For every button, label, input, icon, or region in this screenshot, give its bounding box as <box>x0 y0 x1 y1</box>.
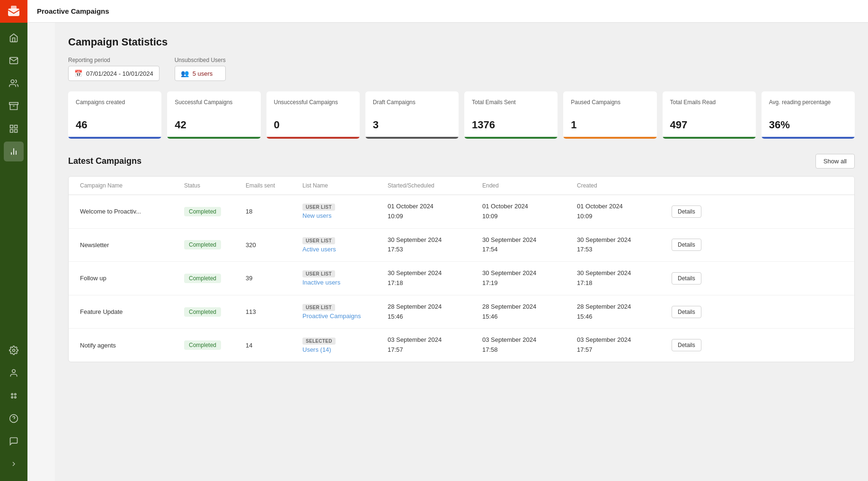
stat-card-6: Total Emails Read 497 <box>663 91 756 139</box>
details-button-2[interactable]: Details <box>672 272 701 285</box>
stat-value-5: 1 <box>571 119 649 131</box>
campaign-status-3: Completed <box>180 301 242 323</box>
table-header-7 <box>668 177 715 195</box>
campaign-details-cell-2: Details <box>668 266 715 291</box>
stat-card-5: Paused Campaigns 1 <box>563 91 656 139</box>
campaign-list-0: USER LIST New users <box>299 197 384 226</box>
list-type-badge-1: USER LIST <box>302 237 335 244</box>
svg-rect-7 <box>15 130 18 133</box>
campaigns-table: Campaign NameStatusEmails sentList NameS… <box>68 176 855 362</box>
stat-value-0: 46 <box>76 119 154 131</box>
stat-value-2: 0 <box>274 119 352 131</box>
stat-value-3: 3 <box>373 119 451 131</box>
campaign-started-3: 28 September 2024 15:46 <box>384 295 478 329</box>
email-nav-icon[interactable] <box>4 51 24 71</box>
svg-point-14 <box>11 393 13 395</box>
collapse-icon[interactable] <box>4 454 24 474</box>
campaign-emails-1: 320 <box>242 235 299 255</box>
stat-label-5: Paused Campaigns <box>571 99 649 114</box>
stat-value-7: 36% <box>769 119 847 131</box>
unsubscribed-input[interactable]: 👥 5 users <box>175 66 226 81</box>
page-title: Campaign Statistics <box>68 36 855 48</box>
campaign-list-3: USER LIST Proactive Campaigns <box>299 297 384 326</box>
campaign-list-2: USER LIST Inactive users <box>299 264 384 293</box>
settings-nav-icon[interactable] <box>4 340 24 360</box>
campaign-emails-0: 18 <box>242 201 299 222</box>
stat-bar-3 <box>365 137 459 139</box>
svg-rect-8 <box>10 130 13 133</box>
campaign-name-4: Notify agents <box>76 335 180 356</box>
stat-card-7: Avg. reading percentage 36% <box>762 91 855 139</box>
table-row: Feature Update Completed 113 USER LIST P… <box>69 295 854 329</box>
chat-nav-icon[interactable] <box>4 431 24 451</box>
campaign-created-1: 30 September 2024 17:53 <box>573 229 668 262</box>
campaign-name-2: Follow up <box>76 268 180 288</box>
table-header-6: Created <box>573 177 668 195</box>
campaign-details-cell-1: Details <box>668 232 715 258</box>
status-badge-4: Completed <box>184 340 221 350</box>
list-name-link-4[interactable]: Users (14) <box>302 346 380 353</box>
contacts-nav-icon[interactable] <box>4 73 24 93</box>
topbar-title: Proactive Campaigns <box>37 7 109 15</box>
show-all-button[interactable]: Show all <box>815 154 855 169</box>
stat-bar-2 <box>266 137 360 139</box>
main-content: Campaign Statistics Reporting period 📅 0… <box>55 23 868 481</box>
svg-point-16 <box>11 397 13 398</box>
person-icon: 👥 <box>181 70 189 77</box>
svg-point-2 <box>11 80 14 83</box>
list-name-link-1[interactable]: Active users <box>302 246 380 253</box>
table-header-2: Emails sent <box>242 177 299 195</box>
help-nav-icon[interactable] <box>4 409 24 428</box>
stat-label-2: Unsuccessful Campaigns <box>274 99 352 114</box>
reporting-period-group: Reporting period 📅 07/01/2024 - 10/01/20… <box>68 57 159 81</box>
svg-point-13 <box>12 370 16 373</box>
filters-row: Reporting period 📅 07/01/2024 - 10/01/20… <box>68 57 855 81</box>
campaign-ended-0: 01 October 2024 10:09 <box>478 195 573 228</box>
app-logo[interactable] <box>0 0 27 23</box>
list-name-link-2[interactable]: Inactive users <box>302 279 380 286</box>
stat-label-6: Total Emails Read <box>670 99 748 114</box>
campaign-list-4: SELECTED Users (14) <box>299 331 384 360</box>
list-name-link-3[interactable]: Proactive Campaigns <box>302 312 380 320</box>
svg-rect-6 <box>15 125 18 128</box>
details-button-4[interactable]: Details <box>672 339 701 351</box>
svg-point-12 <box>13 349 15 352</box>
latest-campaigns-title: Latest Campaigns <box>68 156 142 166</box>
table-row: Newsletter Completed 320 USER LIST Activ… <box>69 229 854 262</box>
details-button-0[interactable]: Details <box>672 205 701 218</box>
agents-nav-icon[interactable] <box>4 363 24 383</box>
compose-nav-icon[interactable] <box>4 119 24 139</box>
table-row: Notify agents Completed 14 SELECTED User… <box>69 329 854 362</box>
list-name-link-0[interactable]: New users <box>302 212 380 219</box>
list-type-badge-4: SELECTED <box>302 338 336 345</box>
campaign-status-1: Completed <box>180 233 242 256</box>
campaign-created-0: 01 October 2024 10:09 <box>573 195 668 228</box>
inbox-nav-icon[interactable] <box>4 96 24 116</box>
campaign-status-0: Completed <box>180 200 242 223</box>
stat-bar-1 <box>167 137 260 139</box>
table-header-5: Ended <box>478 177 573 195</box>
campaign-ended-4: 03 September 2024 17:58 <box>478 329 573 362</box>
stat-value-6: 497 <box>670 119 748 131</box>
reporting-period-label: Reporting period <box>68 57 159 63</box>
campaign-started-2: 30 September 2024 17:18 <box>384 262 478 295</box>
svg-point-17 <box>15 397 16 398</box>
details-button-1[interactable]: Details <box>672 239 701 251</box>
reporting-period-input[interactable]: 📅 07/01/2024 - 10/01/2024 <box>68 66 159 81</box>
list-type-badge-0: USER LIST <box>302 204 335 211</box>
stat-bar-0 <box>68 137 161 139</box>
unsubscribed-label: Unsubscribed Users <box>175 57 226 63</box>
stat-card-0: Campaigns created 46 <box>68 91 161 139</box>
svg-rect-1 <box>11 6 17 9</box>
stat-card-1: Successful Campaigns 42 <box>167 91 260 139</box>
stat-label-7: Avg. reading percentage <box>769 99 847 114</box>
campaign-emails-2: 39 <box>242 268 299 288</box>
table-header-0: Campaign Name <box>76 177 180 195</box>
stat-label-3: Draft Campaigns <box>373 99 451 114</box>
home-nav-icon[interactable] <box>4 28 24 48</box>
apps-nav-icon[interactable] <box>4 386 24 406</box>
details-button-3[interactable]: Details <box>672 306 701 318</box>
campaign-name-1: Newsletter <box>76 235 180 255</box>
campaign-started-1: 30 September 2024 17:53 <box>384 229 478 262</box>
analytics-nav-icon[interactable] <box>4 142 24 161</box>
